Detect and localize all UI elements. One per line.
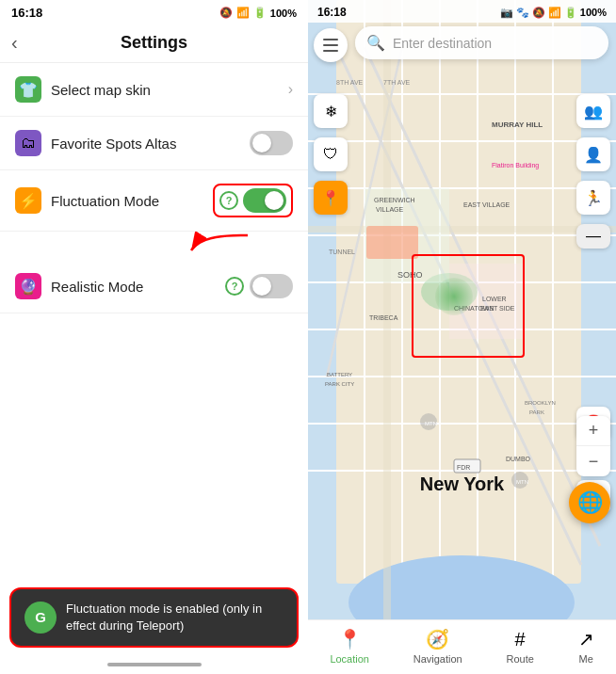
- back-button[interactable]: ‹: [11, 32, 18, 54]
- svg-text:PARK: PARK: [529, 409, 544, 415]
- realistic-knob: [252, 277, 271, 296]
- map-background: 8TH AVE 7TH AVE MURRAY HILL GREENWICH VI…: [308, 0, 616, 674]
- svg-text:VILLAGE: VILLAGE: [376, 206, 404, 213]
- map-skin-label: Select map skin: [51, 82, 279, 98]
- settings-panel: 16:18 🔕 📶 🔋 100% ‹ Settings 👕 Select map…: [0, 0, 308, 674]
- svg-text:PARK CITY: PARK CITY: [325, 381, 354, 387]
- nav-route-icon: #: [515, 629, 526, 650]
- map-skin-chevron: ›: [288, 81, 293, 98]
- zoom-controls: + −: [576, 416, 610, 476]
- orange-action-button[interactable]: 🌐: [569, 482, 610, 523]
- notification-icon: G: [24, 602, 57, 634]
- time-left: 16:18: [11, 6, 42, 20]
- svg-text:BATTERY: BATTERY: [327, 372, 352, 377]
- search-icon: 🔍: [366, 34, 385, 52]
- realistic-label: Realistic Mode: [51, 279, 216, 295]
- realistic-toggle-container: ?: [225, 274, 293, 298]
- zoom-in-button[interactable]: +: [576, 416, 610, 446]
- status-icons-right: 📷 🐾 🔕 📶 🔋 100%: [500, 7, 607, 19]
- fluctuation-mode-item[interactable]: ⚡ Fluctuation Mode ?: [0, 170, 308, 232]
- svg-text:MTN: MTN: [516, 479, 528, 485]
- search-bar[interactable]: 🔍 Enter destination: [355, 26, 608, 59]
- snowflake-button[interactable]: ❄: [314, 94, 348, 128]
- settings-header: ‹ Settings: [0, 24, 308, 63]
- nav-navigation-label: Navigation: [413, 653, 462, 665]
- svg-text:MTN: MTN: [425, 421, 437, 426]
- svg-rect-27: [366, 226, 418, 259]
- status-icons-left: 🔕 📶 🔋 100%: [219, 7, 297, 19]
- nav-location-label: Location: [330, 653, 369, 665]
- nav-route-label: Route: [506, 653, 533, 665]
- hamburger-line-2: [323, 44, 338, 46]
- location-tag-button[interactable]: 📍: [314, 181, 348, 215]
- favorite-spots-icon: 🗂: [15, 130, 41, 156]
- map-right-controls: 👥 👤 🏃 —: [576, 94, 610, 249]
- svg-text:TRIBECA: TRIBECA: [369, 314, 398, 321]
- notification-text: Fluctuation mode is enabled (only in eff…: [66, 601, 284, 634]
- map-panel: 8TH AVE 7TH AVE MURRAY HILL GREENWICH VI…: [308, 0, 616, 674]
- nav-location[interactable]: 📍 Location: [330, 628, 369, 665]
- nav-location-icon: 📍: [338, 628, 362, 650]
- svg-text:TUNNEL: TUNNEL: [329, 249, 355, 255]
- svg-text:GREENWICH: GREENWICH: [374, 197, 415, 203]
- nav-me-icon: ↗: [578, 628, 594, 650]
- svg-text:EAST VILLAGE: EAST VILLAGE: [463, 201, 511, 208]
- red-arrow-icon: [182, 232, 257, 258]
- svg-text:7TH AVE: 7TH AVE: [383, 79, 411, 86]
- svg-text:SOHO: SOHO: [397, 270, 423, 280]
- map-skin-icon: 👕: [15, 76, 41, 103]
- svg-text:LOWER: LOWER: [482, 296, 507, 302]
- realistic-icon: 🔮: [15, 273, 41, 299]
- svg-rect-23: [383, 0, 391, 674]
- map-title: New York: [420, 473, 504, 495]
- avatar-button[interactable]: 👥: [576, 94, 610, 128]
- arrow-row: [11, 232, 297, 260]
- time-right: 16:18: [317, 6, 347, 19]
- activity-button[interactable]: 🏃: [576, 181, 610, 215]
- fluctuation-help[interactable]: ?: [219, 191, 238, 210]
- fluctuation-highlight-box: ?: [213, 184, 293, 217]
- nav-route[interactable]: # Route: [506, 629, 533, 665]
- hamburger-line-1: [323, 39, 338, 40]
- svg-text:MURRAY HILL: MURRAY HILL: [492, 120, 543, 129]
- nav-me-label: Me: [578, 653, 592, 665]
- nav-me[interactable]: ↗ Me: [578, 628, 594, 665]
- favorite-spots-toggle[interactable]: [250, 131, 293, 155]
- svg-text:DUMBO: DUMBO: [506, 456, 531, 462]
- fluctuation-label: Fluctuation Mode: [51, 193, 203, 209]
- realistic-mode-item[interactable]: 🔮 Realistic Mode ?: [0, 260, 308, 313]
- shield-button[interactable]: 🛡: [314, 137, 348, 171]
- favorite-spots-label: Favorite Spots Altas: [51, 136, 240, 152]
- favorite-spots-item[interactable]: 🗂 Favorite Spots Altas: [0, 117, 308, 170]
- map-skin-item[interactable]: 👕 Select map skin ›: [0, 63, 308, 117]
- svg-text:FDR: FDR: [457, 464, 470, 471]
- status-bar-right: 16:18 📷 🐾 🔕 📶 🔋 100%: [308, 0, 616, 23]
- fluctuation-icon: ⚡: [15, 187, 41, 214]
- settings-map-button[interactable]: —: [576, 224, 610, 249]
- zoom-out-button[interactable]: −: [576, 446, 610, 476]
- fluctuation-knob: [265, 191, 284, 210]
- svg-text:Flatiron Building: Flatiron Building: [492, 162, 539, 169]
- svg-rect-24: [308, 226, 616, 233]
- fluctuation-toggle[interactable]: [243, 188, 286, 213]
- hamburger-line-3: [323, 50, 338, 52]
- realistic-help[interactable]: ?: [225, 277, 244, 296]
- favorite-spots-knob: [252, 134, 271, 152]
- nav-navigation-icon: 🧭: [426, 628, 449, 650]
- settings-list: 👕 Select map skin › 🗂 Favorite Spots Alt…: [0, 63, 308, 674]
- hamburger-button[interactable]: [314, 28, 348, 62]
- person-button[interactable]: 👤: [576, 137, 610, 171]
- svg-text:EAST SIDE: EAST SIDE: [480, 305, 515, 312]
- nav-navigation[interactable]: 🧭 Navigation: [413, 628, 462, 665]
- fluctuation-notification: G Fluctuation mode is enabled (only in e…: [9, 587, 299, 648]
- map-bottom-nav: 📍 Location 🧭 Navigation # Route ↗ Me: [308, 619, 616, 674]
- search-placeholder: Enter destination: [393, 36, 492, 51]
- svg-text:8TH AVE: 8TH AVE: [336, 79, 364, 86]
- status-bar-left: 16:18 🔕 📶 🔋 100%: [0, 0, 308, 24]
- map-left-controls: ❄ 🛡 📍: [314, 94, 348, 215]
- bottom-bar: [107, 663, 202, 666]
- settings-title: Settings: [121, 33, 187, 53]
- realistic-toggle[interactable]: [250, 274, 293, 298]
- svg-text:BROOKLYN: BROOKLYN: [525, 400, 556, 406]
- green-pulse: [435, 278, 473, 315]
